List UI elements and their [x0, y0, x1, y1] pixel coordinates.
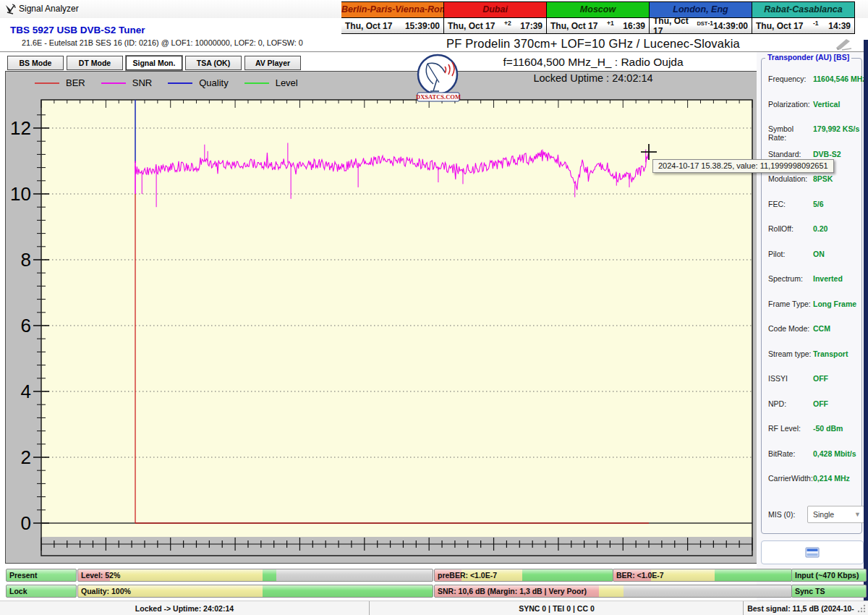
legend-line-swatch: [35, 82, 59, 84]
clock-date: Thu, Oct 17: [653, 16, 697, 36]
app-dish-icon: [4, 3, 17, 15]
clock-utc-offset: -1: [813, 20, 819, 27]
transponder-row-value: Transport: [813, 349, 848, 358]
status-best-signal: Best signal: 11,5 dB (2024-10-16 18:55): [743, 601, 858, 615]
clock-time: 14:39:00: [713, 21, 748, 31]
clock-cell: Rabat-Casablanca Thu, Oct 17 -1 14:39: [752, 1, 855, 34]
transponder-row: Code Mode: CCM: [768, 324, 859, 349]
status-uptime: Locked -> Uptime: 24:02:14: [0, 601, 369, 615]
transponder-row: RF Level: -50 dBm: [768, 424, 859, 449]
ts-tool-button[interactable]: [761, 540, 864, 564]
transponder-row: Polarization: Vertical: [768, 100, 859, 125]
resize-grip[interactable]: [856, 603, 867, 614]
antenna-location-line: PF Prodelin 370cm+ LOF=10 GHz / Lucenec-…: [434, 37, 752, 51]
transponder-row-value: 5/6: [813, 200, 824, 208]
svg-text:6: 6: [21, 315, 31, 336]
signal-analyzer-window: { "window": { "title": "Signal Analyzer"…: [0, 0, 868, 615]
transponder-row-value: 0,214 MHz: [813, 474, 850, 483]
clock-city-label: Moscow: [547, 2, 649, 18]
clock-time-row: Thu, Oct 17 +2 17:39: [444, 18, 546, 33]
clock-time: 15:39:00: [405, 21, 440, 31]
present-indicator: Present: [6, 569, 77, 582]
clock-time: 14:39: [828, 21, 851, 31]
status-bar: Locked -> Uptime: 24:02:14 SYNC 0 | TEI …: [0, 601, 868, 615]
transponder-row-value: 8PSK: [813, 174, 833, 183]
clock-city-label: Rabat-Casablanca: [752, 2, 854, 18]
svg-text:0: 0: [21, 512, 31, 534]
legend-label: Level: [276, 77, 298, 88]
transponder-row: Spectrum: Inverted: [768, 274, 859, 300]
logo-text: DXSATCS.COM: [416, 93, 461, 101]
transponder-row-value: ON: [813, 250, 825, 258]
transponder-row-label: CarrierWidth:: [768, 474, 813, 483]
transponder-row-label: Spectrum:: [768, 274, 813, 283]
svg-text:4: 4: [21, 381, 31, 402]
transponder-row: FEC: 5/6: [768, 200, 859, 225]
legend-label: BER: [66, 77, 85, 88]
transponder-row-label: Standard:: [768, 150, 813, 158]
mis-row: MIS (0): Single ▼: [768, 506, 865, 523]
transponder-row-value: Inverted: [813, 274, 843, 283]
clock-date: Thu, Oct 17: [345, 21, 392, 31]
mode-tab-button[interactable]: BS Mode: [7, 56, 64, 70]
locked-uptime-label: Locked Uptime : 24:02:14: [434, 72, 752, 84]
transponder-row: Pilot: ON: [768, 250, 859, 275]
transponder-row: Frame Type: Long Frame: [768, 300, 859, 325]
chart-legend: BER SNR Quality Level: [35, 77, 314, 88]
clock-time-row: Thu, Oct 17 15:39:00: [341, 18, 443, 33]
transponder-groupbox: Transponder (AU) [BS] Frequency: 11604,5…: [761, 58, 862, 534]
legend-line-swatch: [101, 82, 126, 84]
transponder-row-value: 0.20: [813, 224, 827, 233]
clock-time-row: Thu, Oct 17 +1 16:39: [547, 18, 649, 33]
mode-tab-button[interactable]: AV Player: [244, 56, 301, 70]
transponder-row-value: DVB-S2: [813, 150, 841, 158]
svg-text:12: 12: [10, 117, 31, 139]
clock-time-row: Thu, Oct 17 DST-1 14:39:00: [650, 18, 752, 33]
mode-tabs: BS Mode DT Mode Signal Mon. TSA (OK) AV …: [7, 56, 301, 70]
mode-tab-button[interactable]: TSA (OK): [185, 56, 242, 70]
transponder-row: RollOff: 0.20: [768, 224, 859, 250]
transponder-row-label: RF Level:: [768, 424, 813, 433]
transponder-row-label: Modulation:: [768, 174, 813, 183]
transponder-row-value: Vertical: [813, 100, 840, 109]
signal-chart[interactable]: 024681012: [9, 94, 758, 563]
transponder-row-value: 11604,546 MHz: [813, 75, 867, 83]
world-clocks: Berlin-Paris-Vienna-Roma Thu, Oct 17 15:…: [341, 1, 855, 34]
legend-line-swatch: [244, 82, 269, 84]
dxsatcs-logo: DXSATCS.COM: [413, 54, 465, 104]
transponder-row: Frequency: 11604,546 MHz: [768, 75, 859, 100]
transponder-rows: Frequency: 11604,546 MHz Polarization: V…: [768, 75, 859, 499]
transponder-row-label: Pilot:: [768, 250, 813, 258]
transponder-row-value: OFF: [813, 399, 828, 408]
svg-text:10: 10: [10, 183, 31, 205]
frequency-service-line: f=11604,500 MHz_H_ : Radio Oujda: [434, 56, 752, 69]
transponder-title: Transponder (AU) [BS]: [765, 53, 851, 62]
mis-selected-value: Single: [813, 510, 834, 519]
header-divider: [0, 51, 868, 53]
clock-cell: Berlin-Paris-Vienna-Roma Thu, Oct 17 15:…: [341, 1, 444, 34]
lock-indicator: Lock: [6, 585, 77, 598]
transponder-row: Stream type: Transport: [768, 349, 859, 375]
pen-signature-icon: [832, 36, 854, 51]
transponder-row-label: Code Mode:: [768, 324, 813, 333]
transponder-row-value: Long Frame: [813, 300, 856, 308]
mode-tab-button[interactable]: Signal Mon.: [126, 56, 182, 70]
transponder-row-value: 0,428 Mbit/s: [813, 449, 856, 458]
mis-dropdown[interactable]: Single ▼: [807, 506, 865, 523]
ber-bar: BER: <1.0E-7: [613, 569, 792, 582]
clock-cell: Moscow Thu, Oct 17 +1 16:39: [547, 1, 650, 34]
legend-line-swatch: [168, 82, 192, 84]
transponder-row: CarrierWidth: 0,214 MHz: [768, 474, 859, 499]
transponder-row-value: CCM: [813, 324, 830, 333]
transponder-row-value: 179,992 KS/s: [813, 124, 859, 133]
clock-time: 16:39: [623, 21, 645, 31]
mode-tab-button[interactable]: DT Mode: [67, 56, 123, 70]
transponder-row-label: Stream type:: [768, 349, 813, 358]
transponder-row-label: NPD:: [768, 399, 813, 408]
transponder-row: ISSYI OFF: [768, 374, 859, 399]
snr-bar: SNR: 10,6 dB (Margin: 1,3 dB | Very Poor…: [434, 585, 792, 598]
chart-value-tooltip: 2024-10-17 15.38.25, value: 11,199999809…: [652, 159, 834, 173]
clock-utc-offset: DST-1: [697, 20, 713, 27]
level-bar: Level: 52%: [77, 569, 433, 582]
clock-date: Thu, Oct 17: [550, 21, 597, 31]
